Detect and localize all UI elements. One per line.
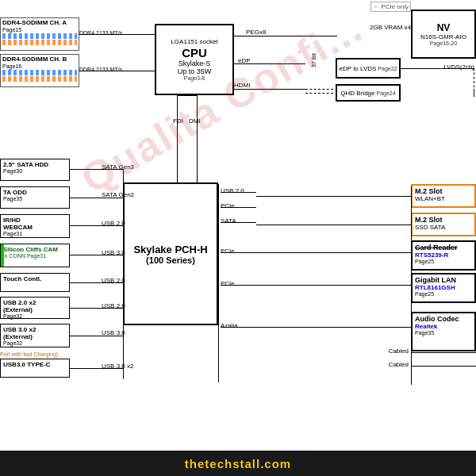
hdmi-label: HDMI <box>234 82 250 89</box>
hdmi-dot2 <box>305 93 333 94</box>
usb20-ext-label: USB 2.0 x2 <box>3 299 67 306</box>
card-reader-box: Card Reader RTS5239-R Page25 <box>411 240 476 271</box>
usb30-ext-label: USB 3.0 x2 <box>3 326 67 333</box>
cliffs-cam-label: Silicon Cliffs CAM <box>3 246 67 253</box>
pch-sub: (100 Series) <box>146 255 195 265</box>
right-vline <box>411 186 412 385</box>
gigabit-lan-link: RTL8161GSH <box>415 284 472 291</box>
pch-pcie3-hline <box>221 285 256 286</box>
edp-label: eDP <box>238 57 251 64</box>
cpu-page: Page3-8 <box>184 75 205 81</box>
mem-a-hline <box>79 34 155 35</box>
nv-box: NV N16S-GMR-AIO Page16-20 <box>411 10 476 59</box>
gigabit-lan-page: Page25 <box>415 291 472 297</box>
pch-pcie3-label: PCIe <box>221 280 235 287</box>
mem-a-bar <box>2 33 77 39</box>
qhd-label: QHD Bridge <box>340 90 374 97</box>
dmi-label: DMI <box>189 117 201 125</box>
nv-label: NV <box>437 22 451 33</box>
audio-page: Page35 <box>415 330 472 336</box>
touch-conn-label: USB 2.0 <box>102 277 125 284</box>
m2-ssd-box: M.2 Slot SSD SATA <box>411 213 476 236</box>
cabled1-hline <box>411 352 476 353</box>
webcam-box: IR/HD WEBCAM Page31 <box>0 214 70 238</box>
m2-wlan-hline <box>256 196 411 197</box>
pch-sata-label: SATA <box>221 217 236 225</box>
usb30-ext-label2: (External) <box>3 333 67 340</box>
audio-codec-box: Audio Codec Realtek Page35 <box>411 312 476 351</box>
fast-charging-label: Port with fast Charging) <box>0 351 119 357</box>
cliffs-cam-box: Silicon Cliffs CAM in CONN Page31 <box>0 244 70 267</box>
gigabit-lan-hline <box>256 285 411 286</box>
block-diagram: Qualita Confi... ← PCIe only DDR4-SODIMM… <box>0 0 476 476</box>
cabled2-label: Cabled <box>389 361 409 368</box>
nv-sub: N16S-GMR-AIO <box>420 33 466 40</box>
pch-pcie1-label: PCIe <box>221 202 235 209</box>
edp-lvds-box: eDP to LVDS Page22 <box>336 58 401 79</box>
hdmi-dot1 <box>305 89 333 90</box>
pch-usb20-hline <box>221 192 256 193</box>
m2-wlan-label: M.2 Slot <box>415 187 472 195</box>
webcam-label: IR/HD <box>3 217 67 224</box>
usb20-ext-box: USB 2.0 x2 (External) Page32 <box>0 297 70 319</box>
mem-a-page: Page15 <box>1 27 79 33</box>
touch-label: Touch Contl. <box>3 275 67 282</box>
cpu-socket-label-inline: LGA1151 socket <box>171 38 217 45</box>
mem-b-page: Page16 <box>1 63 79 69</box>
cpu-label: CPU <box>182 46 207 60</box>
usb30-ext-conn-label: USB 3.0 <box>102 329 125 336</box>
usb20-ext-conn-label: USB 2.0 <box>102 302 125 309</box>
pch-box: Skylake PCH-H (100 Series) <box>123 182 218 325</box>
sata-hdd-label: 2.5" SATA HDD <box>3 161 67 168</box>
37-bit-label: 37 Bit <box>311 44 317 67</box>
qhd-box: QHD Bridge Page24 <box>336 84 401 102</box>
mem-b-hline <box>79 71 155 71</box>
cabled1-label: Cabled <box>389 347 409 355</box>
nv-vram-label: 2GB VRAM x4 <box>370 24 411 31</box>
audio-hline <box>256 327 411 328</box>
mem-a-label: DDR4-SODIMM CH. A <box>1 18 79 27</box>
sata-hdd-box: 2.5" SATA HDD Page30 <box>0 159 70 181</box>
ta-odd-label: TA ODD <box>3 189 67 196</box>
webcam-conn-label: USB 2.0 <box>102 220 125 227</box>
cliffs-cam-page: in CONN Page31 <box>3 253 67 259</box>
pch-usb20-label: USB 2.0 <box>221 187 244 194</box>
usb-typec-conn-label: USB 3.0 x2 <box>102 363 133 370</box>
webcam-label2: WEBCAM <box>3 224 67 231</box>
card-reader-page: Page25 <box>415 259 472 264</box>
mem-b-bar2 <box>2 76 77 82</box>
m2-wlan-box: M.2 Slot WLAN+BT <box>411 184 476 208</box>
m2-ssd-label: M.2 Slot <box>415 216 472 224</box>
usb20-ext-label2: (External) <box>3 306 67 313</box>
pch-pcie2-label: PCIe <box>221 248 235 255</box>
usb30-ext-box: USB 3.0 x2 (External) Page32 <box>0 324 70 347</box>
qhd-vdot <box>474 89 474 97</box>
pch-label: Skylake PCH-H <box>133 244 207 255</box>
m2-ssd-sub: SSD SATA <box>415 224 472 231</box>
sata-hdd-page: Page30 <box>3 168 67 174</box>
dmi-vline <box>197 95 198 184</box>
card-reader-hline <box>256 252 411 253</box>
pcie-only-label: ← PCIe only <box>370 2 411 12</box>
usb30-ext-page: Page32 <box>3 340 67 346</box>
card-reader-link: RTS5239-R <box>415 251 472 259</box>
m2-ssd-hline <box>256 225 411 225</box>
edp-lvds-page: Page22 <box>378 66 397 71</box>
fdi-label: FDI <box>173 117 183 125</box>
lvds-hline <box>401 68 474 69</box>
fdi-dmi-hline <box>177 95 198 96</box>
azalia-label: Azalia <box>221 322 238 329</box>
peg-label: PEGx8 <box>246 29 266 36</box>
cliffs-conn-label: USB 3.0 <box>102 249 125 256</box>
m2-wlan-sub: WLAN+BT <box>415 195 472 202</box>
cliffs-green-bar <box>1 244 4 267</box>
hdmi-line <box>234 89 305 90</box>
banner-text: thetechstall.com <box>185 457 291 470</box>
lvds-label: LVDS(2ch) <box>443 63 474 71</box>
gigabit-lan-box: Gigabit LAN RTL8161GSH Page25 <box>411 273 476 303</box>
sata-hdd-conn-label: SATA Gen3 <box>102 163 134 171</box>
cpu-sub2: Up to 35W <box>178 67 212 75</box>
mem-b-bar <box>2 70 77 75</box>
qhd-page: Page24 <box>376 90 395 96</box>
pch-right-vline <box>218 184 219 382</box>
